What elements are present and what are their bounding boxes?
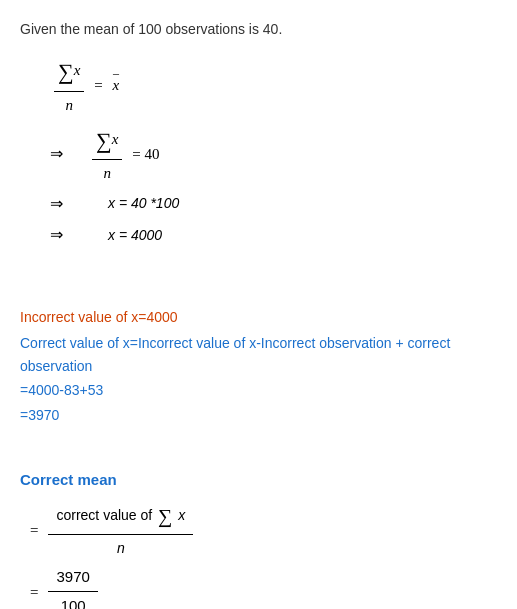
sigma-icon-2: ∑: [96, 128, 112, 153]
arrow-3: ⇒: [50, 222, 78, 248]
step2-block: ⇒ x = 40 *100: [50, 191, 497, 217]
calculation-line-1: =4000-83+53: [20, 379, 497, 401]
step2-text: x = 40 *100: [108, 192, 179, 214]
denominator-value: 100: [53, 592, 94, 609]
correct-mean-title: Correct mean: [20, 468, 497, 492]
step3-text: x = 4000: [108, 224, 162, 246]
numeric-fraction: 3970 100: [48, 565, 97, 609]
step3-block: ⇒ x = 4000: [50, 222, 497, 248]
equals-1: =: [94, 73, 102, 97]
equals-cm2: =: [30, 580, 38, 604]
n-symbol: n: [117, 540, 125, 556]
arrow-1: ⇒: [50, 141, 78, 167]
incorrect-value-label: Incorrect value of x=4000: [20, 306, 497, 328]
correct-mean-block: = correct value of ∑ x n = 3970 100 = 39…: [30, 500, 497, 609]
arrow-2: ⇒: [50, 191, 78, 217]
mean-formula-line: = correct value of ∑ x n: [30, 500, 497, 559]
xbar-symbol: x: [109, 73, 123, 97]
correct-value-of-text: correct value of: [56, 507, 156, 523]
sum-fraction-1: ∑x n: [54, 54, 84, 116]
numerator-value: 3970: [48, 565, 97, 592]
step1-block: ⇒ ∑x n = 40: [50, 123, 497, 185]
correct-value-formula: Correct value of x=Incorrect value of x-…: [20, 332, 497, 377]
equals-cm: =: [30, 518, 38, 542]
sigma-icon-1: ∑: [58, 59, 74, 84]
formula-block: ∑x n = x: [50, 54, 497, 116]
mean-numeric-line: = 3970 100: [30, 565, 497, 609]
intro-text: Given the mean of 100 observations is 40…: [20, 18, 497, 40]
calculation-line-2: =3970: [20, 404, 497, 426]
x-symbol: x: [178, 507, 185, 523]
equals-2: = 40: [132, 142, 159, 166]
mean-fraction: correct value of ∑ x n: [48, 500, 193, 559]
sum-fraction-2: ∑x n: [92, 123, 122, 185]
sigma-icon-3: ∑: [158, 500, 172, 532]
